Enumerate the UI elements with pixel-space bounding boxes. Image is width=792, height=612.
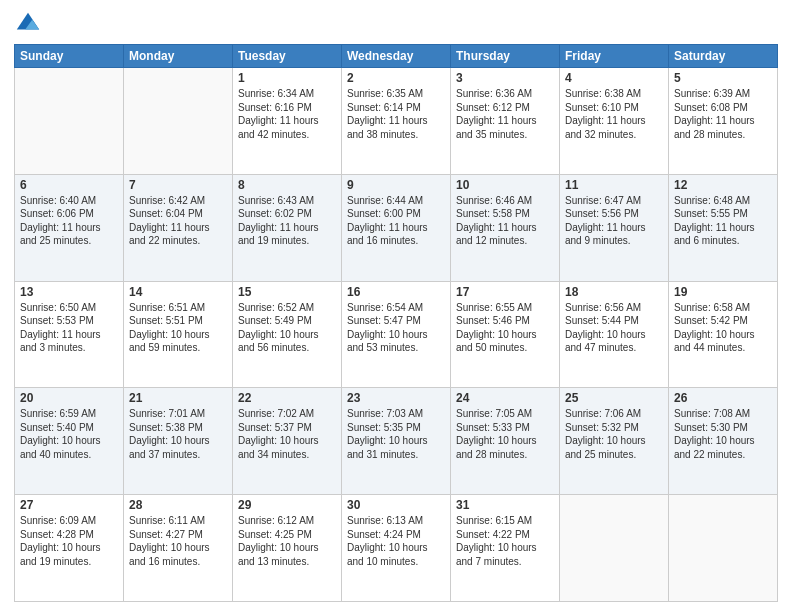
calendar-cell — [669, 495, 778, 602]
calendar-cell — [15, 68, 124, 175]
day-info: Sunrise: 6:09 AMSunset: 4:28 PMDaylight:… — [20, 514, 118, 568]
calendar-cell — [124, 68, 233, 175]
calendar-row-3: 13Sunrise: 6:50 AMSunset: 5:53 PMDayligh… — [15, 281, 778, 388]
day-number: 26 — [674, 391, 772, 405]
calendar-cell: 25Sunrise: 7:06 AMSunset: 5:32 PMDayligh… — [560, 388, 669, 495]
calendar-cell: 19Sunrise: 6:58 AMSunset: 5:42 PMDayligh… — [669, 281, 778, 388]
calendar-cell: 17Sunrise: 6:55 AMSunset: 5:46 PMDayligh… — [451, 281, 560, 388]
day-number: 4 — [565, 71, 663, 85]
calendar-cell: 27Sunrise: 6:09 AMSunset: 4:28 PMDayligh… — [15, 495, 124, 602]
calendar-cell: 7Sunrise: 6:42 AMSunset: 6:04 PMDaylight… — [124, 174, 233, 281]
calendar-cell: 28Sunrise: 6:11 AMSunset: 4:27 PMDayligh… — [124, 495, 233, 602]
calendar-cell: 5Sunrise: 6:39 AMSunset: 6:08 PMDaylight… — [669, 68, 778, 175]
day-info: Sunrise: 7:08 AMSunset: 5:30 PMDaylight:… — [674, 407, 772, 461]
day-number: 27 — [20, 498, 118, 512]
day-number: 24 — [456, 391, 554, 405]
day-info: Sunrise: 6:40 AMSunset: 6:06 PMDaylight:… — [20, 194, 118, 248]
day-number: 6 — [20, 178, 118, 192]
calendar-cell: 21Sunrise: 7:01 AMSunset: 5:38 PMDayligh… — [124, 388, 233, 495]
calendar-cell: 30Sunrise: 6:13 AMSunset: 4:24 PMDayligh… — [342, 495, 451, 602]
day-number: 14 — [129, 285, 227, 299]
weekday-header-sunday: Sunday — [15, 45, 124, 68]
calendar-cell: 6Sunrise: 6:40 AMSunset: 6:06 PMDaylight… — [15, 174, 124, 281]
logo-icon — [14, 10, 42, 38]
logo — [14, 10, 46, 38]
day-number: 31 — [456, 498, 554, 512]
day-info: Sunrise: 6:48 AMSunset: 5:55 PMDaylight:… — [674, 194, 772, 248]
day-info: Sunrise: 6:38 AMSunset: 6:10 PMDaylight:… — [565, 87, 663, 141]
calendar-cell: 29Sunrise: 6:12 AMSunset: 4:25 PMDayligh… — [233, 495, 342, 602]
weekday-header-saturday: Saturday — [669, 45, 778, 68]
calendar-cell: 20Sunrise: 6:59 AMSunset: 5:40 PMDayligh… — [15, 388, 124, 495]
calendar-cell: 13Sunrise: 6:50 AMSunset: 5:53 PMDayligh… — [15, 281, 124, 388]
day-info: Sunrise: 6:51 AMSunset: 5:51 PMDaylight:… — [129, 301, 227, 355]
calendar-table: SundayMondayTuesdayWednesdayThursdayFrid… — [14, 44, 778, 602]
day-info: Sunrise: 7:05 AMSunset: 5:33 PMDaylight:… — [456, 407, 554, 461]
calendar-cell: 12Sunrise: 6:48 AMSunset: 5:55 PMDayligh… — [669, 174, 778, 281]
weekday-header-monday: Monday — [124, 45, 233, 68]
day-number: 15 — [238, 285, 336, 299]
calendar-cell: 14Sunrise: 6:51 AMSunset: 5:51 PMDayligh… — [124, 281, 233, 388]
day-info: Sunrise: 6:50 AMSunset: 5:53 PMDaylight:… — [20, 301, 118, 355]
calendar-row-4: 20Sunrise: 6:59 AMSunset: 5:40 PMDayligh… — [15, 388, 778, 495]
day-number: 16 — [347, 285, 445, 299]
calendar-row-5: 27Sunrise: 6:09 AMSunset: 4:28 PMDayligh… — [15, 495, 778, 602]
day-info: Sunrise: 6:11 AMSunset: 4:27 PMDaylight:… — [129, 514, 227, 568]
day-info: Sunrise: 6:52 AMSunset: 5:49 PMDaylight:… — [238, 301, 336, 355]
header — [14, 10, 778, 38]
calendar-cell: 24Sunrise: 7:05 AMSunset: 5:33 PMDayligh… — [451, 388, 560, 495]
day-info: Sunrise: 6:54 AMSunset: 5:47 PMDaylight:… — [347, 301, 445, 355]
day-number: 22 — [238, 391, 336, 405]
day-number: 19 — [674, 285, 772, 299]
calendar-cell: 11Sunrise: 6:47 AMSunset: 5:56 PMDayligh… — [560, 174, 669, 281]
day-number: 28 — [129, 498, 227, 512]
page: SundayMondayTuesdayWednesdayThursdayFrid… — [0, 0, 792, 612]
calendar-cell: 22Sunrise: 7:02 AMSunset: 5:37 PMDayligh… — [233, 388, 342, 495]
day-number: 23 — [347, 391, 445, 405]
calendar-cell: 15Sunrise: 6:52 AMSunset: 5:49 PMDayligh… — [233, 281, 342, 388]
day-info: Sunrise: 6:36 AMSunset: 6:12 PMDaylight:… — [456, 87, 554, 141]
day-info: Sunrise: 6:44 AMSunset: 6:00 PMDaylight:… — [347, 194, 445, 248]
weekday-header-tuesday: Tuesday — [233, 45, 342, 68]
calendar-cell: 4Sunrise: 6:38 AMSunset: 6:10 PMDaylight… — [560, 68, 669, 175]
day-info: Sunrise: 7:06 AMSunset: 5:32 PMDaylight:… — [565, 407, 663, 461]
calendar-cell: 18Sunrise: 6:56 AMSunset: 5:44 PMDayligh… — [560, 281, 669, 388]
calendar-row-2: 6Sunrise: 6:40 AMSunset: 6:06 PMDaylight… — [15, 174, 778, 281]
calendar-cell: 8Sunrise: 6:43 AMSunset: 6:02 PMDaylight… — [233, 174, 342, 281]
calendar-cell: 10Sunrise: 6:46 AMSunset: 5:58 PMDayligh… — [451, 174, 560, 281]
weekday-header-friday: Friday — [560, 45, 669, 68]
day-info: Sunrise: 6:43 AMSunset: 6:02 PMDaylight:… — [238, 194, 336, 248]
calendar-cell: 3Sunrise: 6:36 AMSunset: 6:12 PMDaylight… — [451, 68, 560, 175]
weekday-header-wednesday: Wednesday — [342, 45, 451, 68]
calendar-cell: 16Sunrise: 6:54 AMSunset: 5:47 PMDayligh… — [342, 281, 451, 388]
day-number: 3 — [456, 71, 554, 85]
day-info: Sunrise: 7:01 AMSunset: 5:38 PMDaylight:… — [129, 407, 227, 461]
day-number: 1 — [238, 71, 336, 85]
day-number: 13 — [20, 285, 118, 299]
day-info: Sunrise: 6:47 AMSunset: 5:56 PMDaylight:… — [565, 194, 663, 248]
day-number: 20 — [20, 391, 118, 405]
day-number: 25 — [565, 391, 663, 405]
weekday-header-thursday: Thursday — [451, 45, 560, 68]
day-info: Sunrise: 6:15 AMSunset: 4:22 PMDaylight:… — [456, 514, 554, 568]
day-number: 17 — [456, 285, 554, 299]
calendar-cell — [560, 495, 669, 602]
day-info: Sunrise: 6:34 AMSunset: 6:16 PMDaylight:… — [238, 87, 336, 141]
day-number: 11 — [565, 178, 663, 192]
day-number: 5 — [674, 71, 772, 85]
day-number: 10 — [456, 178, 554, 192]
day-number: 8 — [238, 178, 336, 192]
day-info: Sunrise: 6:35 AMSunset: 6:14 PMDaylight:… — [347, 87, 445, 141]
day-info: Sunrise: 6:59 AMSunset: 5:40 PMDaylight:… — [20, 407, 118, 461]
calendar-cell: 31Sunrise: 6:15 AMSunset: 4:22 PMDayligh… — [451, 495, 560, 602]
day-number: 18 — [565, 285, 663, 299]
day-number: 30 — [347, 498, 445, 512]
calendar-cell: 23Sunrise: 7:03 AMSunset: 5:35 PMDayligh… — [342, 388, 451, 495]
day-info: Sunrise: 6:46 AMSunset: 5:58 PMDaylight:… — [456, 194, 554, 248]
day-number: 7 — [129, 178, 227, 192]
calendar-cell: 1Sunrise: 6:34 AMSunset: 6:16 PMDaylight… — [233, 68, 342, 175]
day-number: 2 — [347, 71, 445, 85]
day-number: 9 — [347, 178, 445, 192]
calendar-cell: 26Sunrise: 7:08 AMSunset: 5:30 PMDayligh… — [669, 388, 778, 495]
day-info: Sunrise: 7:02 AMSunset: 5:37 PMDaylight:… — [238, 407, 336, 461]
